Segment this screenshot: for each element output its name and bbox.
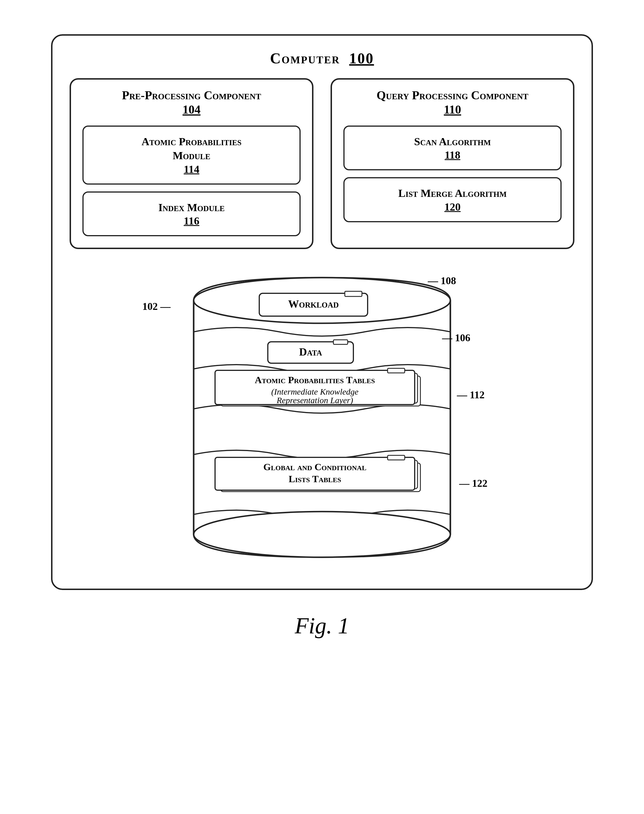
page: Computer 100 Pre-Processing Component 10… <box>0 0 644 814</box>
index-module-box: Index Module 116 <box>83 192 301 236</box>
svg-text:Atomic Probabilities Tables: Atomic Probabilities Tables <box>255 375 375 385</box>
svg-text:Workload: Workload <box>288 298 339 310</box>
svg-text:Lists Tables: Lists Tables <box>288 474 341 484</box>
scan-algorithm-box: Scan Algorithm 118 <box>343 126 561 170</box>
svg-text:Data: Data <box>299 346 322 358</box>
svg-text:Global and Conditional: Global and Conditional <box>263 462 366 472</box>
index-module-number: 116 <box>92 215 291 227</box>
computer-label: Computer <box>270 50 340 66</box>
list-merge-algorithm-number: 120 <box>353 201 552 213</box>
fig-caption: Fig. 1 <box>294 613 349 639</box>
index-module-title: Index Module <box>158 201 225 213</box>
db-container: 102 — — 108 — 106 — 112 — 122 <box>165 266 479 566</box>
query-processing-title: Query Processing Component 110 <box>343 88 561 117</box>
computer-title: Computer 100 <box>70 50 574 67</box>
scan-algorithm-title: Scan Algorithm <box>414 135 491 147</box>
database-cylinder-svg: Workload Data <box>179 266 465 566</box>
computer-number: 100 <box>349 50 374 66</box>
list-merge-algorithm-title: List Merge Algorithm <box>398 187 506 199</box>
svg-text:Representation Layer): Representation Layer) <box>276 395 353 405</box>
svg-rect-4 <box>345 291 362 296</box>
computer-container: Computer 100 Pre-Processing Component 10… <box>51 34 593 590</box>
pre-processing-component: Pre-Processing Component 104 Atomic Prob… <box>70 78 313 249</box>
ref-102: 102 — <box>142 300 170 312</box>
svg-text:(Intermediate Knowledge: (Intermediate Knowledge <box>271 387 359 396</box>
database-area: 102 — — 108 — 106 — 112 — 122 <box>70 266 574 566</box>
scan-algorithm-number: 118 <box>353 149 552 161</box>
atomic-probabilities-number: 114 <box>92 163 291 175</box>
svg-rect-11 <box>388 369 405 373</box>
list-merge-algorithm-box: List Merge Algorithm 120 <box>343 177 561 222</box>
query-processing-component: Query Processing Component 110 Scan Algo… <box>331 78 574 249</box>
svg-rect-18 <box>388 455 405 460</box>
ref-122: — 122 <box>459 477 488 489</box>
svg-rect-7 <box>333 340 348 344</box>
pre-processing-title: Pre-Processing Component 104 <box>83 88 301 117</box>
svg-point-21 <box>194 511 450 557</box>
top-row: Pre-Processing Component 104 Atomic Prob… <box>70 78 574 249</box>
atomic-probabilities-module-title: Atomic ProbabilitiesModule <box>141 135 242 161</box>
atomic-probabilities-module-box: Atomic ProbabilitiesModule 114 <box>83 126 301 184</box>
ref-112: — 112 <box>457 389 485 401</box>
ref-108: — 108 <box>428 275 456 287</box>
ref-106: — 106 <box>442 332 470 344</box>
